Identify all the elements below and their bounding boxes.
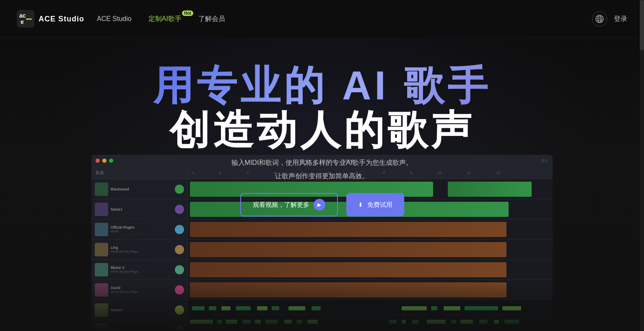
piano-note[interactable] [272,306,279,310]
svg-text:A: A [600,18,602,22]
track-avatar [95,203,108,216]
piano-note[interactable] [257,306,267,310]
piano-note[interactable] [504,320,519,324]
piano-note[interactable] [297,320,302,324]
piano-note[interactable] [412,320,418,324]
track-item[interactable]: Sidney [91,320,187,331]
piano-note[interactable] [255,320,261,324]
window-close-dot [96,159,100,163]
daw-body: 轨道 Blackwood NoiceJ [91,167,553,331]
track-avatar [95,223,108,236]
ace-logo-icon: ac e [17,10,34,28]
nav-membership[interactable]: 了解会员 [198,15,225,23]
nav-custom-ai-singer-wrapper: 定制AI歌手 Hot [148,15,182,23]
piano-note[interactable] [288,306,305,310]
piano-note[interactable] [217,320,222,324]
piano-roll-row [188,315,553,328]
scrollbar-thumb[interactable] [640,0,644,50]
navbar: ac e ACE Studio ACE Studio 定制AI歌手 Hot 了解… [0,0,644,38]
piano-note[interactable] [460,320,473,324]
piano-note[interactable] [465,306,498,310]
track-avatar [95,182,108,196]
track-item[interactable]: Bluice V What Bunny Plays [91,260,187,280]
clip-row [188,280,553,300]
track-panel-header: 轨道 [91,167,187,179]
piano-note[interactable] [209,306,216,310]
piano-note[interactable] [242,320,251,324]
piano-note[interactable] [479,320,488,324]
logo-text: ACE Studio [39,15,84,23]
hot-badge: Hot [182,10,193,16]
download-icon: ⬇ [358,201,363,208]
clip-brown[interactable] [190,262,506,277]
piano-roll-row [188,302,553,315]
daw-export: 导出 [541,158,548,164]
window-minimize-dot [102,159,106,163]
piano-note[interactable] [494,320,499,324]
piano-note[interactable] [502,306,521,310]
watch-video-button[interactable]: 观看视频，了解更多 ▶ [240,193,338,216]
piano-note[interactable] [427,320,446,324]
login-button[interactable]: 登录 [614,15,627,23]
free-trial-button[interactable]: ⬇ 免费试用 [346,193,404,216]
navbar-right: A 登录 [592,11,627,26]
window-maximize-dot [109,159,113,163]
track-avatar [95,243,108,256]
piano-roll-row [188,328,553,331]
track-item[interactable]: Ling What Bunny Plays [91,240,187,260]
piano-note[interactable] [236,306,251,310]
track-avatar [95,303,108,317]
clip-row [188,240,553,260]
piano-note[interactable] [312,306,321,310]
timeline-area: 1 2 3 4 5 6 7 8 9 10 11 12 [188,167,553,331]
piano-note[interactable] [444,306,460,310]
svg-rect-3 [26,18,32,20]
piano-note[interactable] [307,320,318,324]
track-item[interactable]: David What Bunny Plays [91,280,187,300]
piano-roll-area [188,300,553,331]
navbar-nav: ACE Studio 定制AI歌手 Hot 了解会员 [97,15,592,23]
clip-brown[interactable] [190,242,506,257]
track-avatar [95,283,108,297]
track-item[interactable]: Naples [91,300,187,320]
piano-note[interactable] [389,320,397,324]
hero-subtitle: 输入MIDI和歌词，使用风格多样的专业AI歌手为您生成歌声。 让歌声创作变得更加… [231,156,413,183]
svg-text:e: e [21,18,24,25]
language-icon: A [595,14,604,23]
track-item[interactable]: Official RugeX NEW [91,219,187,240]
piano-note[interactable] [451,320,456,324]
watch-label: 观看视频，了解更多 [253,201,309,209]
track-item[interactable]: Blackwood [91,179,187,199]
track-item[interactable]: NoiceJ [91,199,187,219]
piano-note[interactable] [226,320,237,324]
clip-brown[interactable] [190,282,506,297]
hero-title-line1: 用专业的 AI 歌手 [153,63,491,108]
nav-ace-studio[interactable]: ACE Studio [97,15,132,23]
clip-brown[interactable] [190,222,506,237]
piano-note[interactable] [402,320,406,324]
scrollbar-track [640,0,644,331]
piano-note[interactable] [402,306,427,310]
track-avatar [95,323,108,331]
language-button[interactable]: A [592,11,607,26]
clip-green[interactable] [448,182,532,197]
tracks-panel: 轨道 Blackwood NoiceJ [91,167,188,331]
piano-note[interactable] [431,306,437,310]
nav-custom-ai-singer[interactable]: 定制AI歌手 [148,15,182,22]
hero-buttons: 观看视频，了解更多 ▶ ⬇ 免费试用 [240,193,404,216]
play-icon: ▶ [314,199,325,211]
hero-title-line2: 创造动人的歌声 [153,108,491,152]
logo[interactable]: ac e ACE Studio [17,10,84,28]
clip-row [188,219,553,240]
piano-note[interactable] [221,306,231,310]
piano-note[interactable] [190,320,213,324]
hero-subtitle-line1: 输入MIDI和歌词，使用风格多样的专业AI歌手为您生成歌声。 [231,156,413,169]
track-avatar [95,263,108,276]
piano-note[interactable] [192,306,205,310]
hero-subtitle-line2: 让歌声创作变得更加简单高效。 [231,169,413,183]
hero-section: 用专业的 AI 歌手 创造动人的歌声 输入MIDI和歌词，使用风格多样的专业AI… [0,38,644,331]
piano-note[interactable] [284,320,292,324]
piano-note[interactable] [265,320,278,324]
free-trial-label: 免费试用 [367,201,392,209]
clip-row [188,260,553,280]
